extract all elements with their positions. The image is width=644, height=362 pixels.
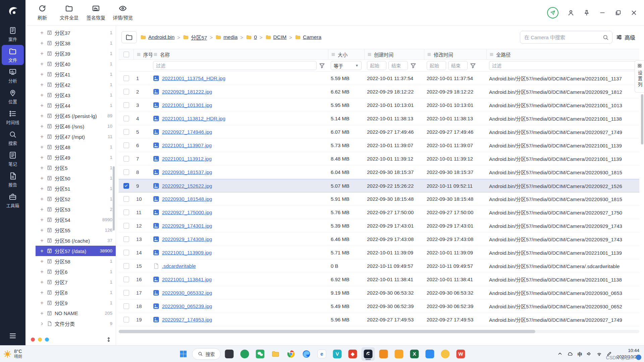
file-name-link[interactable]: 20221001_113912.jpg	[162, 156, 212, 162]
toolbar-refresh-button[interactable]: 刷新	[30, 2, 54, 23]
tree-item[interactable]: + 分区7 1	[36, 277, 116, 287]
tree-item[interactable]: + 分区52 1	[36, 194, 116, 204]
taskbar-red-security-app[interactable]: ◆	[346, 347, 360, 361]
size-operator-select[interactable]: 等于▼	[331, 61, 362, 70]
close-button[interactable]	[631, 9, 637, 16]
tree-scrollbar[interactable]	[113, 25, 115, 332]
expand-plus-icon[interactable]: +	[40, 72, 44, 77]
column-header-index[interactable]: 序号	[133, 49, 150, 59]
breadcrumb-link[interactable]: Camera	[303, 34, 321, 40]
taskbar-weather-widget[interactable]: 8°C 晴朗	[3, 349, 22, 359]
taskbar-clock[interactable]: 10:44 2022/10/25	[616, 348, 639, 360]
file-name-link[interactable]: 20220922_152622.jpg	[162, 183, 212, 189]
expand-plus-icon[interactable]: +	[40, 248, 44, 254]
breadcrumb-link[interactable]: media	[223, 34, 237, 40]
table-row[interactable]: 11 20220927_175000.jpg 5.76 MB 2022-09-2…	[119, 206, 639, 219]
created-start-filter-input[interactable]	[367, 61, 386, 70]
taskbar-green-round-app[interactable]	[238, 347, 252, 361]
sidebar-item-location[interactable]: 位置	[2, 86, 24, 107]
breadcrumb-link[interactable]: 0	[254, 34, 257, 40]
search-input[interactable]	[524, 35, 600, 40]
tree-item[interactable]: + 分区50 1	[36, 173, 116, 183]
tree-item[interactable]: + 分区9 1	[36, 298, 116, 308]
table-row[interactable]: 5 20220927_174946.jpg 6.07 MB 2022-09-27…	[119, 125, 639, 139]
file-name-link[interactable]: 20220930_181548.jpg	[162, 196, 212, 202]
breadcrumb-link[interactable]: 分区57	[191, 34, 207, 41]
file-name-link[interactable]: 20221001_113909.jpg	[162, 250, 212, 255]
table-row[interactable]: 2 20220929_181222.jpg 6.62 MB 2022-09-29…	[119, 85, 639, 99]
red-status-dot[interactable]	[31, 338, 35, 342]
search-icon[interactable]	[602, 34, 609, 41]
expand-plus-icon[interactable]: +	[40, 113, 44, 119]
taskbar-v-app[interactable]: V	[331, 347, 344, 361]
table-row[interactable]: 19 20220927_174953.jpg 5.96 MB 2022-09-2…	[119, 313, 639, 326]
file-name-link[interactable]: 20220930_065239.jpg	[162, 303, 212, 309]
expand-plus-icon[interactable]: +	[40, 269, 44, 275]
tree-item[interactable]: + NO NAME 205	[36, 308, 116, 318]
expand-plus-icon[interactable]: +	[40, 93, 44, 98]
taskbar-forensics-app[interactable]	[362, 347, 375, 361]
volume-icon[interactable]	[586, 351, 592, 357]
vertical-scrollbar[interactable]	[640, 94, 644, 335]
file-name-link[interactable]: .sdcardwritable	[162, 263, 196, 269]
advanced-search-button[interactable]: 高级	[616, 33, 635, 41]
sidebar-item-analysis[interactable]: 分析	[2, 66, 24, 86]
expand-plus-icon[interactable]: +	[40, 311, 44, 316]
tree-item[interactable]: + 分区42 1	[36, 79, 116, 90]
expand-plus-icon[interactable]: +	[40, 82, 44, 87]
toolbar-show-all-files-button[interactable]: 文件全显	[57, 2, 81, 23]
select-all-checkbox[interactable]	[123, 52, 129, 57]
tree-item[interactable]: + 分区46 (/sns) 10	[36, 121, 116, 131]
row-checkbox[interactable]	[123, 116, 129, 121]
sidebar-item-case[interactable]: 案件	[2, 24, 24, 44]
sidebar-item-search[interactable]: 搜索	[2, 128, 24, 148]
sidebar-menu-button[interactable]	[0, 326, 25, 345]
chevron-right-icon[interactable]	[40, 321, 44, 326]
row-checkbox[interactable]	[123, 290, 129, 296]
start-button[interactable]	[177, 347, 190, 361]
row-checkbox[interactable]	[123, 277, 129, 282]
tree-item[interactable]: + 分区6 1	[36, 266, 116, 277]
expand-plus-icon[interactable]: +	[40, 196, 44, 202]
row-checkbox[interactable]	[123, 169, 129, 175]
file-name-link[interactable]: 20220929_174301.jpg	[162, 223, 212, 229]
taskbar-light-app[interactable]: e	[315, 347, 329, 361]
expand-plus-icon[interactable]: +	[40, 165, 44, 171]
column-header-name[interactable]: 名称	[150, 49, 328, 59]
column-header-created[interactable]: 创建时间	[364, 49, 424, 59]
tree-item[interactable]: + 分区57 (/data) 38900	[36, 246, 116, 256]
column-settings-tab[interactable]: 设置列	[635, 60, 644, 93]
table-row[interactable]: 8 20220930_181537.jpg 6.04 MB 2022-09-30…	[119, 166, 639, 179]
table-row[interactable]: 1 20221001_113754_HDR.jpg 5.59 MB 2022-1…	[119, 72, 639, 85]
taskbar-excel[interactable]: X	[408, 347, 421, 361]
file-name-link[interactable]: 20220930_181537.jpg	[162, 169, 212, 175]
file-name-link[interactable]: 20221001_113812_HDR.jpg	[162, 116, 225, 121]
expand-plus-icon[interactable]: +	[40, 259, 44, 264]
file-name-link[interactable]: 20221001_101301.jpg	[162, 102, 212, 108]
taskbar-wps[interactable]: W	[454, 347, 468, 361]
row-checkbox[interactable]	[123, 196, 129, 202]
row-checkbox[interactable]	[123, 223, 129, 229]
expand-plus-icon[interactable]: +	[40, 280, 44, 285]
sidebar-item-report[interactable]: 报告	[2, 170, 24, 190]
tree-item[interactable]: + 分区44 1	[36, 100, 116, 111]
remote-send-button[interactable]	[547, 7, 558, 18]
sidebar-item-toolbox[interactable]: 工具箱	[2, 190, 24, 210]
maximize-button[interactable]	[615, 9, 622, 16]
ime-indicator[interactable]: 中	[577, 351, 582, 357]
taskbar-chrome[interactable]	[284, 347, 298, 361]
created-filter-funnel-icon[interactable]	[410, 62, 417, 69]
row-checkbox[interactable]	[123, 102, 129, 108]
horizontal-scrollbar-thumb[interactable]	[119, 330, 535, 333]
row-checkbox[interactable]	[123, 303, 129, 309]
row-checkbox[interactable]	[123, 250, 129, 255]
file-name-link[interactable]: 20220929_174308.jpg	[162, 236, 212, 242]
file-name-link[interactable]: 20220929_181222.jpg	[162, 89, 212, 95]
tree-item[interactable]: + 分区51 1	[36, 183, 116, 194]
taskbar-yellow-round-app[interactable]	[439, 347, 452, 361]
expand-plus-icon[interactable]: +	[40, 176, 44, 181]
taskbar-blue-app[interactable]	[423, 347, 437, 361]
horizontal-scrollbar[interactable]	[119, 329, 639, 334]
expand-plus-icon[interactable]: +	[40, 124, 44, 129]
breadcrumb-item[interactable]: 分区57	[183, 34, 207, 41]
